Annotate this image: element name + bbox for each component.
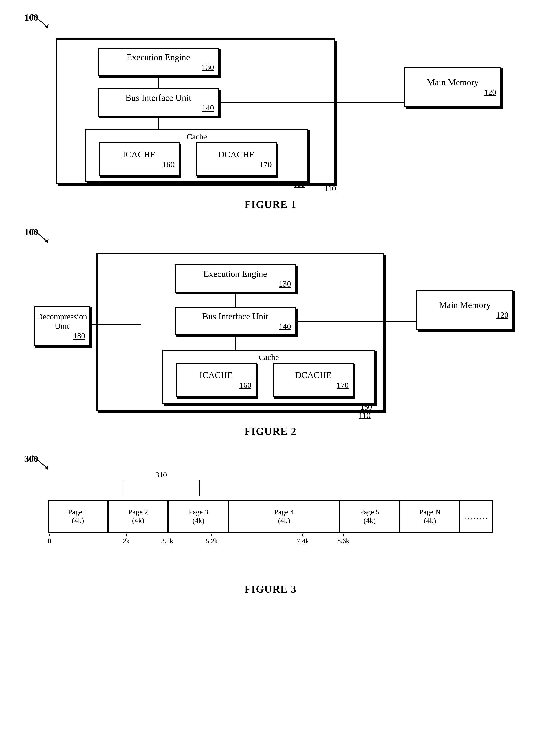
icache-title-fig2: ICACHE [200,370,233,380]
page-n-name: Page N [419,508,441,516]
tick-0: 0 [48,534,51,545]
dcache-title-fig1: DCACHE [218,149,255,160]
tick-35k: 3.5k [161,534,173,545]
biu-num-fig2: 140 [279,322,295,331]
page-5-size: (4k) [363,516,375,525]
main-memory-box-fig2: Main Memory 120 [416,290,513,330]
page-2-size: (4k) [132,516,144,525]
tick-2k: 2k [123,534,130,545]
page-n-cell: Page N (4k) [400,501,460,532]
fig3-diagram: 310 Page 1 (4k) Page 2 (4k) Page 3 (4k) [48,480,493,573]
fig1-label: FIGURE 1 [245,199,296,211]
line-biu-cache-fig1 [158,117,159,129]
biu-box-fig2: Bus Interface Unit 140 [175,307,296,335]
svg-line-0 [32,14,47,26]
cache-num-fig2: 150 [360,402,372,411]
dcache-num-fig1: 170 [260,160,276,169]
dcache-title-fig2: DCACHE [295,370,332,380]
figure3-section: 300 310 Page 1 (4k) Page 2 [16,453,525,595]
fig2-label: FIGURE 2 [245,425,296,437]
fig1-diagram: 110 Execution Engine 130 Bus Interface U… [28,34,513,188]
dcache-box-fig2: DCACHE 170 [273,363,354,397]
ee-box-fig2: Execution Engine 130 [175,264,296,293]
line-ee-biu-fig2 [235,293,236,307]
processor-box-fig2: 110 Execution Engine 130 Bus Interface U… [96,253,384,411]
biu-box-fig1: Bus Interface Unit 140 [98,88,219,117]
fig3-corner-arrow-icon [28,453,53,472]
execution-engine-box-fig1: Execution Engine 130 [98,48,219,76]
icache-num-fig1: 160 [162,160,179,169]
dcache-box-fig1: DCACHE 170 [196,142,277,176]
page-4-name: Page 4 [274,508,294,516]
tick-86k: 8.6k [337,534,349,545]
proc-label-110: 110 [324,184,336,193]
cache-title-fig1: Cache [87,130,307,141]
decompression-unit-box: Decompression Unit 180 [34,306,90,346]
ee-title-fig1: Execution Engine [127,52,190,62]
biu-num-fig1: 140 [202,103,218,112]
bracket-310: 310 [123,480,200,496]
fig1-corner-arrow-icon [28,12,53,30]
main-memory-box-fig1: Main Memory 120 [404,67,501,107]
tick-label-52k: 5.2k [206,537,218,545]
page-2-cell: Page 2 (4k) [108,501,169,532]
page-content: 100 110 Execution Engine 130 Bus Interf [16,12,525,595]
tick-mark-35k [167,534,168,536]
line-ee-biu-fig1 [158,76,159,89]
icache-box-fig2: ICACHE 160 [176,363,257,397]
page-5-cell: Page 5 (4k) [339,501,400,532]
line-decomp-biu [90,324,141,325]
tick-label-74k: 7.4k [297,537,309,545]
page-1-cell: Page 1 (4k) [48,501,108,532]
page-2-name: Page 2 [128,508,148,516]
decomp-num: 180 [73,331,89,340]
svg-line-2 [32,229,47,241]
fig2-corner-arrow-icon [28,227,53,245]
cache-title-fig2: Cache [163,351,374,362]
line-biu-cache-fig2 [235,335,236,350]
cache-box-fig1: Cache 150 ICACHE 160 DCACHE 170 [85,129,308,182]
decomp-title: Decompression Unit [35,312,89,331]
dotted-end: ........ [464,511,488,522]
icache-title-fig1: ICACHE [123,149,156,160]
tick-label-86k: 8.6k [337,537,349,545]
tick-mark-74k [302,534,303,536]
processor-box-fig1: 110 Execution Engine 130 Bus Interface U… [56,38,335,184]
tick-label-2k: 2k [123,537,130,545]
tick-74k: 7.4k [297,534,309,545]
svg-line-4 [32,456,47,468]
mem-num-fig2: 120 [496,310,512,320]
fig2-diagram: 110 Execution Engine 130 Bus Interface U… [28,249,513,415]
proc-label-110-f2: 110 [358,411,370,420]
biu-title-fig2: Bus Interface Unit [203,311,268,322]
ee-num-fig2: 130 [279,279,295,289]
dcache-num-fig2: 170 [336,380,353,390]
fig3-label: FIGURE 3 [245,583,296,595]
bracket-310-label: 310 [156,470,167,479]
cache-num-fig1: 150 [293,180,305,189]
icache-box-fig1: ICACHE 160 [99,142,180,176]
page-3-cell: Page 3 (4k) [168,501,229,532]
page-3-size: (4k) [192,516,205,525]
icache-num-fig2: 160 [239,380,256,390]
figure2-section: 100 110 Execution Engine 130 Bus Interf [16,227,525,437]
tick-label-35k: 3.5k [161,537,173,545]
page-1-size: (4k) [72,516,84,525]
mem-num-fig1: 120 [484,88,500,97]
dotted-end-cell: ........ [460,501,493,532]
figure1-section: 100 110 Execution Engine 130 Bus Interf [16,12,525,211]
tick-label-0: 0 [48,537,51,545]
mem-title-fig2: Main Memory [439,300,491,310]
tick-mark-86k [343,534,343,536]
page-n-size: (4k) [424,516,436,525]
page-5-name: Page 5 [360,508,379,516]
page-1-name: Page 1 [68,508,88,516]
tick-mark-52k [212,534,212,536]
ee-title-fig2: Execution Engine [204,269,267,279]
page-4-size: (4k) [278,516,290,525]
pages-row: Page 1 (4k) Page 2 (4k) Page 3 (4k) Page… [48,500,493,533]
tick-52k: 5.2k [206,534,218,545]
cache-box-fig2: Cache 150 ICACHE 160 DCACHE 170 [162,350,375,404]
ee-num-fig1: 130 [202,62,218,72]
tick-mark-2k [126,534,127,536]
